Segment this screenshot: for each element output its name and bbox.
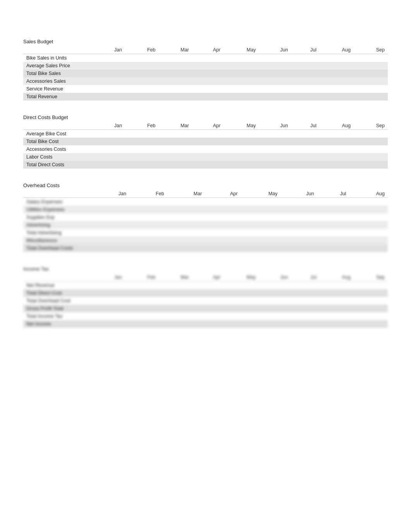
table-row: Miscellaneous — [23, 237, 388, 244]
row-cell — [354, 145, 388, 153]
row-label: Supplies Exp — [23, 213, 93, 221]
row-cell — [167, 237, 205, 244]
row-cell — [192, 297, 224, 305]
row-cell — [320, 312, 354, 320]
column-Jun-header: Jun — [259, 122, 291, 130]
row-cell — [317, 198, 349, 206]
column-Jan-header: Jan — [93, 190, 129, 198]
row-cell — [224, 305, 259, 312]
row-cell — [281, 237, 317, 244]
table-row: Total Bike Sales — [23, 70, 388, 77]
row-cell — [159, 93, 192, 101]
row-cell — [317, 221, 349, 229]
table-row: Accessories Costs — [23, 145, 388, 153]
table-row: Total Revenue — [23, 93, 388, 101]
column-Aug-header: Aug — [349, 190, 388, 198]
row-cell — [224, 77, 259, 85]
row-cell — [349, 213, 388, 221]
row-cell — [291, 85, 320, 93]
table-row: Average Bike Cost — [23, 130, 388, 138]
row-cell — [354, 289, 388, 297]
direct-costs-table: JanFebMarAprMayJunJulAugSep Average Bike… — [23, 122, 388, 169]
row-cell — [320, 77, 354, 85]
row-cell — [259, 130, 291, 138]
column-Aug-header: Aug — [320, 122, 354, 130]
row-cell — [259, 145, 291, 153]
row-cell — [125, 153, 158, 161]
row-cell — [125, 320, 158, 328]
column-Apr-header: Apr — [192, 273, 224, 281]
overhead-costs-section: Overhead Costs JanFebMarAprMayJunJulAug … — [23, 182, 388, 252]
row-cell — [93, 198, 129, 206]
row-cell — [291, 161, 320, 169]
row-cell — [159, 161, 192, 169]
row-cell — [291, 297, 320, 305]
row-cell — [224, 93, 259, 101]
column-Jun-header: Jun — [259, 46, 291, 54]
direct-costs-header-row: JanFebMarAprMayJunJulAugSep — [23, 122, 388, 130]
row-cell — [93, 161, 125, 169]
row-cell — [349, 229, 388, 237]
row-cell — [192, 305, 224, 312]
row-cell — [291, 305, 320, 312]
column-Apr-header: Apr — [192, 46, 224, 54]
row-cell — [159, 297, 192, 305]
row-cell — [205, 198, 241, 206]
row-cell — [129, 206, 167, 213]
table-row: Average Sales Price — [23, 62, 388, 70]
table-row: Gross Profit Total — [23, 305, 388, 312]
row-cell — [320, 320, 354, 328]
row-label: Total Direct Cost — [23, 289, 93, 297]
table-row: Total Bike Cost — [23, 138, 388, 145]
row-label: Labor Costs — [23, 153, 93, 161]
row-cell — [281, 221, 317, 229]
row-cell — [125, 93, 158, 101]
row-cell — [224, 320, 259, 328]
row-cell — [354, 297, 388, 305]
row-cell — [93, 130, 125, 138]
row-cell — [192, 93, 224, 101]
row-cell — [93, 305, 125, 312]
column-Jan-header: Jan — [93, 46, 125, 54]
row-cell — [93, 213, 129, 221]
row-label: Total Revenue — [23, 93, 93, 101]
row-cell — [320, 281, 354, 290]
row-cell — [224, 130, 259, 138]
row-cell — [125, 138, 158, 145]
row-cell — [125, 62, 158, 70]
row-cell — [129, 229, 167, 237]
row-cell — [159, 153, 192, 161]
table-row: Salary Expenses — [23, 198, 388, 206]
column-Jul-header: Jul — [291, 122, 320, 130]
row-cell — [129, 213, 167, 221]
column-Feb-header: Feb — [129, 190, 167, 198]
row-cell — [349, 198, 388, 206]
row-cell — [320, 138, 354, 145]
row-cell — [317, 206, 349, 213]
row-cell — [317, 213, 349, 221]
row-label: Gross Profit Total — [23, 305, 93, 312]
row-cell — [93, 320, 125, 328]
row-cell — [354, 93, 388, 101]
row-cell — [93, 70, 125, 77]
row-cell — [93, 244, 129, 252]
row-cell — [320, 289, 354, 297]
row-cell — [291, 320, 320, 328]
row-cell — [320, 153, 354, 161]
income-statement-title: Income Tax — [23, 266, 388, 272]
row-cell — [159, 312, 192, 320]
row-cell — [241, 206, 281, 213]
table-row: Total Income Tax — [23, 312, 388, 320]
row-cell — [259, 54, 291, 62]
column-Jul-header: Jul — [291, 46, 320, 54]
row-cell — [125, 297, 158, 305]
row-label: Average Bike Cost — [23, 130, 93, 138]
table-row: Total Overhead Cost — [23, 297, 388, 305]
row-cell — [291, 289, 320, 297]
column-Mar-header: Mar — [159, 46, 192, 54]
row-label: Accessories Sales — [23, 77, 93, 85]
table-row: Net Income — [23, 320, 388, 328]
column-May-header: May — [224, 122, 259, 130]
row-cell — [259, 305, 291, 312]
row-cell — [291, 93, 320, 101]
